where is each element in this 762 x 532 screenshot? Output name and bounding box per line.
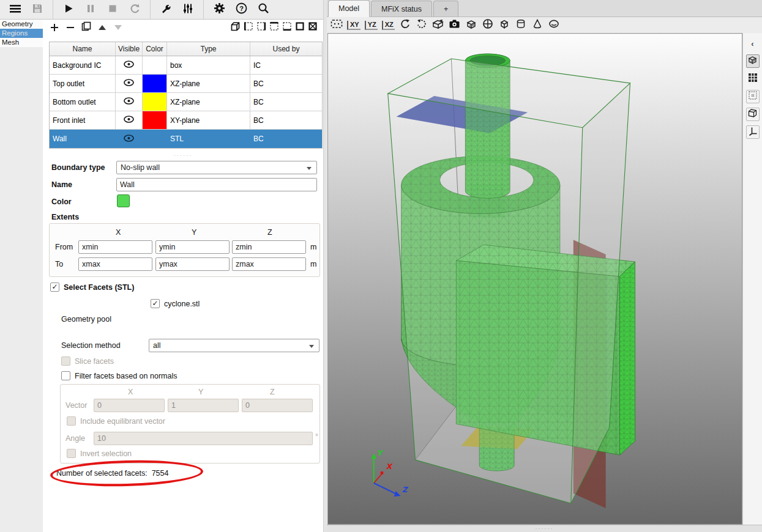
color-swatch[interactable] — [143, 56, 167, 74]
tab-model[interactable]: Model — [328, 0, 370, 17]
reset-view-button[interactable] — [331, 19, 343, 31]
new-plane-right-button[interactable] — [255, 22, 267, 34]
screenshot-button[interactable] — [449, 19, 461, 31]
color-swatch[interactable] — [143, 75, 167, 92]
region-type: XZ-plane — [167, 75, 250, 92]
rotate-right-icon — [416, 18, 427, 32]
new-plane-top-button[interactable] — [268, 22, 280, 34]
from-y-input[interactable] — [155, 240, 230, 254]
move-region-up-button[interactable] — [95, 21, 109, 34]
new-plane-solid-button[interactable] — [294, 22, 305, 34]
reset-view-icon — [331, 19, 343, 31]
region-color-swatch[interactable] — [117, 194, 130, 207]
tab-add[interactable]: + — [433, 1, 458, 17]
slice-facets-label: Slice facets — [75, 357, 114, 366]
table-row[interactable]: Background IC box IC — [50, 56, 322, 75]
remove-region-button[interactable] — [64, 21, 77, 34]
play-icon — [64, 4, 73, 16]
bottom-splitter[interactable]: ······ — [327, 525, 762, 532]
toggle-geometry-button[interactable] — [746, 54, 760, 68]
new-box-region-button[interactable] — [230, 22, 241, 34]
cylinder-button[interactable] — [515, 19, 527, 31]
stop-button[interactable] — [103, 2, 122, 18]
box-button[interactable] — [498, 19, 510, 31]
tab-mfix-status[interactable]: MFiX status — [371, 1, 432, 17]
table-row[interactable]: Bottom outlet XZ-plane BC — [50, 93, 322, 111]
color-swatch[interactable] — [143, 130, 167, 148]
visibility-toggle[interactable] — [116, 130, 143, 148]
view-xy-button[interactable]: XY — [347, 19, 360, 31]
run-button[interactable] — [59, 2, 78, 18]
collapse-panel-button[interactable]: ‹ — [746, 37, 760, 50]
from-x-input[interactable] — [78, 240, 152, 254]
to-x-input[interactable] — [78, 257, 152, 271]
menu-button[interactable] — [6, 2, 24, 18]
toggle-domain-button[interactable] — [746, 108, 760, 121]
eye-icon — [124, 79, 134, 88]
panel-splitter[interactable]: ······ — [43, 153, 323, 158]
new-point-region-button[interactable] — [307, 22, 318, 34]
search-button[interactable] — [254, 2, 272, 18]
add-tab-label: + — [444, 5, 448, 13]
vtk-viewport[interactable]: Y X Z — [327, 33, 742, 525]
from-z-input[interactable] — [232, 240, 306, 254]
region-name-input[interactable] — [116, 178, 317, 191]
nav-item-regions[interactable]: Regions — [0, 29, 43, 38]
boundary-type-label: Boundary type — [51, 163, 105, 172]
filter-group: X Y Z Vector Include equilibrant vector … — [60, 384, 320, 464]
parameters-button[interactable] — [179, 2, 197, 18]
region-used-by: BC — [250, 93, 322, 111]
selection-method-combobox[interactable]: all — [149, 339, 319, 352]
torus-button[interactable] — [548, 19, 560, 31]
circle-plus-icon — [482, 18, 493, 32]
build-button[interactable] — [157, 2, 175, 18]
col-header-type[interactable]: Type — [167, 42, 250, 56]
rotate-left-button[interactable] — [399, 19, 411, 31]
region-name: Top outlet — [50, 75, 116, 92]
visibility-toggle[interactable] — [116, 56, 143, 74]
select-facets-checkbox[interactable] — [50, 283, 59, 292]
perspective-button[interactable] — [432, 19, 444, 31]
visibility-toggle[interactable] — [116, 93, 143, 111]
move-region-down-button[interactable] — [111, 21, 125, 34]
add-region-button[interactable] — [48, 21, 61, 34]
view-yz-button[interactable]: YZ — [365, 19, 378, 31]
toggle-axes-button[interactable] — [746, 125, 760, 139]
equilibrant-checkbox — [67, 416, 76, 426]
table-row-selected[interactable]: Wall STL BC — [50, 130, 322, 148]
extents-col-z: Z — [267, 228, 272, 237]
to-z-input[interactable] — [232, 257, 306, 271]
help-button[interactable]: ? — [232, 2, 250, 18]
rotate-right-button[interactable] — [416, 19, 428, 31]
sphere-button[interactable] — [482, 19, 494, 31]
pause-button[interactable] — [81, 2, 100, 18]
settings-button[interactable] — [210, 2, 228, 18]
nav-item-geometry[interactable]: Geometry — [0, 20, 43, 29]
color-swatch[interactable] — [143, 93, 167, 111]
col-header-usedby[interactable]: Used by — [250, 42, 322, 56]
col-header-color[interactable]: Color — [143, 42, 167, 56]
to-y-input[interactable] — [155, 257, 230, 271]
reset-button[interactable] — [125, 2, 144, 18]
visibility-toggle[interactable] — [116, 75, 143, 92]
visibility-toggle[interactable] — [116, 111, 143, 129]
new-plane-left-button[interactable] — [242, 22, 254, 34]
boundary-type-combobox[interactable]: No-slip wall — [116, 161, 317, 174]
geometry-visibility-button[interactable] — [465, 19, 477, 31]
table-row[interactable]: Top outlet XZ-plane BC — [50, 75, 322, 93]
table-row[interactable]: Front inlet XY-plane BC — [50, 111, 322, 130]
duplicate-region-button[interactable] — [80, 21, 93, 34]
stl-file-checkbox[interactable] — [151, 299, 160, 308]
toggle-regions-button[interactable] — [746, 90, 760, 103]
filter-facets-checkbox[interactable] — [61, 371, 70, 380]
save-button[interactable] — [28, 2, 47, 18]
table-header-row: Name Visible Color Type Used by — [50, 42, 322, 56]
nav-item-mesh[interactable]: Mesh — [0, 38, 43, 47]
color-swatch[interactable] — [143, 111, 167, 129]
col-header-name[interactable]: Name — [50, 42, 116, 56]
new-plane-bottom-button[interactable] — [281, 22, 293, 34]
toggle-mesh-button[interactable] — [746, 72, 760, 86]
cone-button[interactable] — [531, 19, 543, 31]
col-header-visible[interactable]: Visible — [116, 42, 143, 56]
view-xz-button[interactable]: XZ — [382, 19, 395, 31]
